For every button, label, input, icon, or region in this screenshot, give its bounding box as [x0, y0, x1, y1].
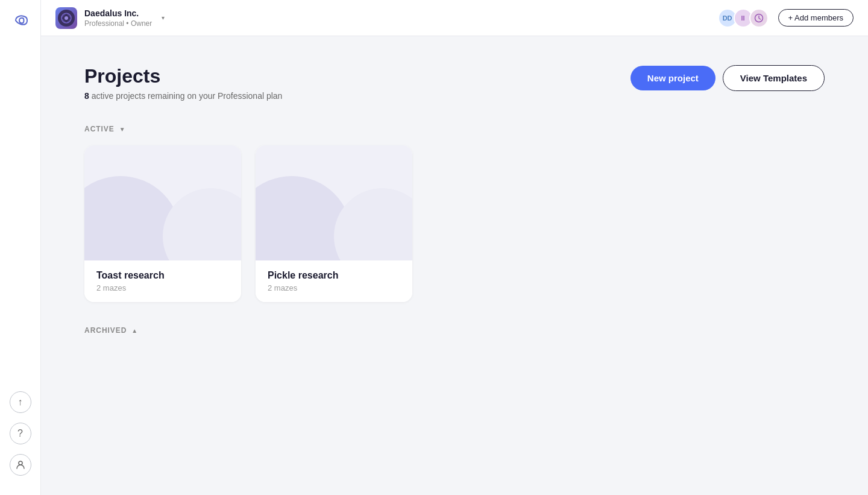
- main-area: Daedalus Inc. Professional • Owner ▾ DD …: [41, 0, 868, 495]
- card-deco-2: [163, 188, 241, 260]
- svg-point-3: [64, 16, 68, 20]
- org-name: Daedalus Inc.: [84, 8, 152, 19]
- sidebar-bottom-icons: ↑ ?: [10, 391, 31, 485]
- member-avatars: DD II: [718, 8, 769, 28]
- project-card-bg-1: [84, 145, 241, 260]
- org-info: Daedalus Inc. Professional • Owner: [84, 8, 152, 27]
- page-title: Projects: [84, 65, 282, 87]
- sidebar: ↑ ?: [0, 0, 41, 495]
- project-card-toast[interactable]: Toast research 2 mazes: [84, 145, 241, 302]
- view-templates-button[interactable]: View Templates: [723, 65, 825, 91]
- project-name-2: Pickle research: [268, 270, 400, 281]
- project-card-info-1: Toast research 2 mazes: [84, 260, 241, 302]
- page-title-group: Projects 8 active projects remaining on …: [84, 65, 282, 101]
- project-card-bg-2: [256, 145, 412, 260]
- active-section-header[interactable]: ACTIVE ▼: [84, 125, 825, 133]
- project-meta-1: 2 mazes: [96, 283, 229, 292]
- card-deco-4: [334, 188, 412, 260]
- project-card-pickle[interactable]: Pickle research 2 mazes: [256, 145, 412, 302]
- page-header: Projects 8 active projects remaining on …: [84, 65, 825, 101]
- project-meta-2: 2 mazes: [268, 283, 400, 292]
- projects-count: 8: [84, 91, 89, 101]
- archived-section-header[interactable]: ARCHIVED ▲: [84, 326, 825, 335]
- new-project-button[interactable]: New project: [631, 66, 715, 90]
- topbar: Daedalus Inc. Professional • Owner ▾ DD …: [41, 0, 868, 36]
- user-icon[interactable]: [10, 454, 31, 476]
- app-logo[interactable]: [10, 10, 31, 31]
- upload-icon[interactable]: ↑: [10, 391, 31, 413]
- topbar-right: DD II + Add members: [718, 8, 854, 28]
- content-area: Projects 8 active projects remaining on …: [41, 36, 868, 495]
- project-name-1: Toast research: [96, 270, 229, 281]
- projects-subtitle-text: active projects remaining on your Profes…: [92, 91, 283, 101]
- page-subtitle: 8 active projects remaining on your Prof…: [84, 91, 282, 101]
- archived-section: ARCHIVED ▲: [84, 326, 825, 335]
- help-icon[interactable]: ?: [10, 423, 31, 444]
- svg-point-0: [19, 461, 22, 465]
- active-label: ACTIVE: [84, 125, 115, 133]
- archived-label: ARCHIVED: [84, 326, 127, 335]
- archived-arrow: ▲: [131, 327, 137, 334]
- projects-grid: Toast research 2 mazes Pickle research 2…: [84, 145, 825, 302]
- header-actions: New project View Templates: [631, 65, 825, 91]
- active-arrow: ▼: [119, 126, 125, 133]
- org-dropdown-arrow[interactable]: ▾: [162, 14, 165, 21]
- member-avatar-clock[interactable]: [749, 8, 769, 28]
- project-card-info-2: Pickle research 2 mazes: [256, 260, 412, 302]
- add-members-button[interactable]: + Add members: [778, 9, 854, 27]
- org-subtitle: Professional • Owner: [84, 19, 152, 28]
- org-avatar: [55, 7, 77, 29]
